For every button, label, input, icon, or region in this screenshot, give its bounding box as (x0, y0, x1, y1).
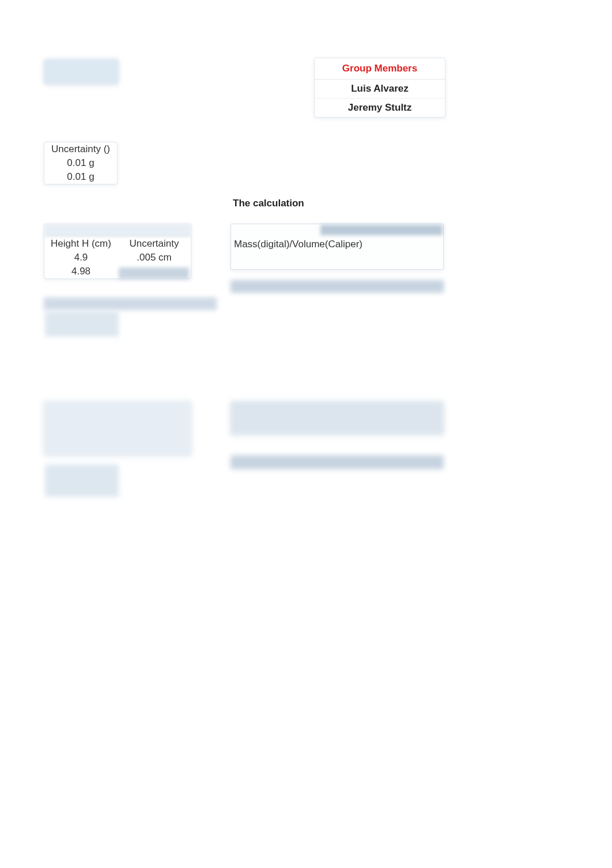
blurred-card (231, 401, 444, 435)
blurred-row (44, 224, 191, 237)
blurred-placeholder (45, 311, 119, 337)
group-members-header: Group Members (315, 58, 445, 80)
blurred-cell (119, 267, 189, 279)
uncertainty-value: .005 cm (118, 251, 191, 265)
group-member-row: Luis Alvarez (315, 80, 445, 99)
uncertainty-header: Uncertainty () (44, 142, 117, 156)
height-header: Height H (cm) (44, 237, 118, 251)
height-value: 4.98 (44, 265, 118, 278)
blurred-row (231, 455, 444, 469)
height-value: 4.9 (44, 251, 118, 265)
uncertainty-value: 0.01 g (44, 170, 117, 184)
uncertainty-header: Uncertainty (118, 237, 191, 251)
blurred-row (44, 297, 217, 310)
group-member-row: Jeremy Stultz (315, 99, 445, 117)
blurred-text (320, 225, 443, 235)
section-title: The calculation (233, 198, 304, 209)
blurred-placeholder (45, 465, 119, 497)
calculation-formula: Mass(digital)/Volume(Caliper) (234, 239, 362, 250)
blurred-card (44, 401, 191, 455)
blurred-row (231, 280, 444, 293)
blurred-placeholder (44, 59, 119, 84)
uncertainty-value: 0.01 g (44, 156, 117, 170)
uncertainty-card: Uncertainty () 0.01 g 0.01 g (44, 142, 118, 184)
group-members-card: Group Members Luis Alvarez Jeremy Stultz (314, 58, 445, 118)
